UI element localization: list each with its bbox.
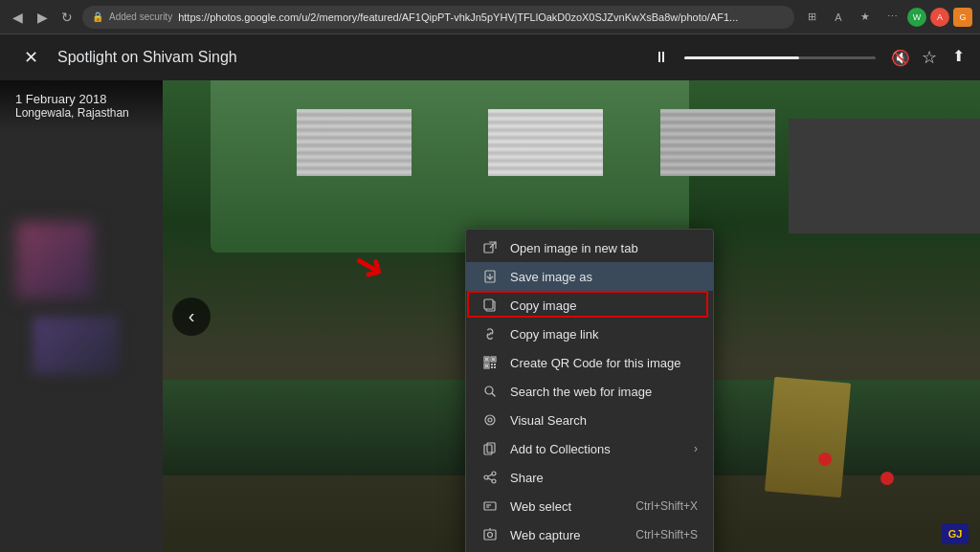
progress-bar[interactable]	[684, 56, 876, 59]
context-visual-search[interactable]: Visual Search	[466, 406, 713, 434]
svg-rect-31	[484, 530, 496, 540]
svg-line-27	[488, 478, 492, 480]
ext-icon-3[interactable]: G	[953, 8, 972, 27]
mute-button[interactable]: 🔇	[891, 49, 910, 67]
context-copy-image-link[interactable]: Copy image link	[466, 320, 713, 348]
svg-rect-8	[485, 358, 488, 361]
address-bar[interactable]: 🔒 Added security https://photos.google.c…	[82, 6, 794, 29]
forward-button[interactable]: ▶	[33, 8, 52, 27]
privacy-blur-1	[297, 109, 412, 176]
photo-chain	[765, 377, 851, 498]
progress-fill	[684, 56, 799, 59]
photo-machine-right	[789, 119, 980, 233]
context-save-image[interactable]: Save image as	[466, 262, 713, 291]
svg-rect-0	[484, 244, 493, 253]
left-panel: 1 February 2018 Longewala, Rajasthan	[0, 80, 163, 552]
url-text: https://photos.google.com/u/2/memory/fea…	[178, 11, 785, 23]
svg-point-19	[485, 415, 495, 425]
save-image-icon	[481, 268, 499, 285]
back-button[interactable]: ◀	[8, 8, 27, 27]
browser-chrome: ◀ ▶ ↻ 🔒 Added security https://photos.go…	[0, 0, 980, 34]
web-select-icon	[481, 497, 499, 515]
privacy-blur-3	[660, 109, 775, 176]
main-photo: ➜ Open image in new tab Save imag	[163, 80, 980, 552]
web-select-shortcut: Ctrl+Shift+X	[635, 499, 698, 513]
svg-rect-10	[492, 358, 495, 361]
content-area: 1 February 2018 Longewala, Rajasthan ‹	[0, 80, 980, 552]
context-save-image-label: Save image as	[510, 270, 698, 284]
favorite-button[interactable]: ★	[854, 6, 877, 29]
qr-code-icon	[481, 354, 499, 371]
context-visual-search-label: Visual Search	[510, 413, 698, 428]
photo-red-dot-2	[880, 472, 894, 485]
svg-rect-16	[494, 366, 496, 368]
thumbnail-image	[0, 80, 163, 552]
context-add-collections[interactable]: Add to Collections ›	[466, 434, 713, 463]
search-web-icon	[481, 383, 499, 400]
privacy-blur-2	[488, 109, 603, 176]
top-controls: ⏸ 🔇	[654, 49, 910, 67]
context-web-capture-label: Web capture	[510, 528, 624, 542]
top-right-actions: ☆ ⬆	[922, 47, 965, 68]
add-collections-icon	[481, 440, 499, 457]
settings-button[interactable]: ⋯	[880, 6, 903, 29]
share-button[interactable]: ⬆	[952, 47, 965, 68]
context-copy-image[interactable]: Copy image	[466, 291, 713, 320]
svg-rect-28	[484, 502, 496, 510]
add-collections-arrow-icon: ›	[694, 442, 698, 455]
context-open-new-tab-label: Open image in new tab	[510, 241, 698, 255]
context-share-label: Share	[510, 471, 698, 485]
thumb-blur-1	[16, 222, 93, 298]
context-copy-image-label: Copy image	[510, 298, 698, 313]
context-open-new-tab[interactable]: Open image in new tab	[466, 233, 713, 262]
refresh-button[interactable]: ↻	[57, 8, 77, 27]
open-new-tab-icon	[481, 239, 499, 256]
context-add-collections-label: Add to Collections	[510, 442, 682, 456]
share-context-icon	[481, 469, 499, 486]
context-share[interactable]: Share	[466, 463, 713, 492]
security-text: Added security	[109, 11, 172, 22]
context-qr-code-label: Create QR Code for this image	[510, 356, 698, 370]
svg-rect-5	[484, 299, 493, 309]
profile-button[interactable]: A	[827, 6, 850, 29]
web-capture-icon	[481, 526, 499, 543]
top-bar: ✕ Spotlight on Shivam Singh ⏸ 🔇 ☆ ⬆	[0, 34, 980, 80]
lock-icon: 🔒	[92, 11, 103, 22]
extensions-button[interactable]: ⊞	[800, 6, 823, 29]
browser-actions: ⊞ A ★ ⋯ W A G	[800, 6, 972, 29]
context-search-web[interactable]: Search the web for image	[466, 377, 713, 406]
photo-green-wall	[211, 80, 689, 253]
photo-date: 1 February 2018	[15, 92, 147, 106]
nav-previous-button[interactable]: ‹	[172, 298, 211, 336]
thumb-blur-2	[33, 317, 119, 374]
star-button[interactable]: ☆	[922, 47, 937, 68]
pause-button[interactable]: ⏸	[654, 49, 669, 66]
bottom-logo: GJ	[942, 523, 969, 544]
svg-line-6	[489, 333, 492, 336]
copy-link-icon	[481, 325, 499, 342]
context-copy-link-label: Copy image link	[510, 327, 698, 342]
web-capture-shortcut: Ctrl+Shift+S	[635, 528, 698, 541]
context-web-select[interactable]: Web select Ctrl+Shift+X	[466, 492, 713, 520]
svg-point-25	[492, 479, 496, 483]
svg-rect-14	[494, 364, 496, 365]
photo-location: Longewala, Rajasthan	[15, 106, 147, 120]
close-button[interactable]: ✕	[15, 42, 46, 73]
ext-icon-2[interactable]: A	[930, 8, 949, 27]
page-title: Spotlight on Shivam Singh	[57, 49, 642, 66]
app-container: ✕ Spotlight on Shivam Singh ⏸ 🔇 ☆ ⬆ 1 Fe…	[0, 34, 980, 552]
context-search-web-label: Search the web for image	[510, 385, 698, 399]
svg-point-23	[492, 472, 496, 475]
svg-rect-13	[491, 364, 493, 365]
visual-search-icon	[481, 411, 499, 429]
svg-line-26	[488, 475, 492, 476]
ext-icon-1[interactable]: W	[907, 8, 926, 27]
svg-point-24	[484, 475, 488, 479]
context-qr-code[interactable]: Create QR Code for this image	[466, 348, 713, 377]
svg-line-18	[492, 393, 495, 396]
logo-badge: GJ	[942, 523, 969, 544]
svg-point-32	[488, 533, 493, 538]
photo-red-dot-1	[818, 453, 832, 466]
context-web-capture[interactable]: Web capture Ctrl+Shift+S	[466, 520, 713, 549]
context-menu: Open image in new tab Save image as Copy…	[465, 229, 714, 552]
